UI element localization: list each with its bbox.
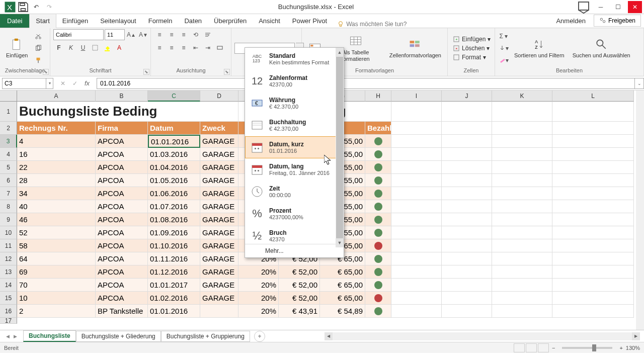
table-header[interactable]: Rechnugs Nr. [17,122,96,135]
table-cell[interactable]: € 65,00 [320,265,365,279]
row-header-13[interactable]: 13 [0,265,17,279]
table-cell[interactable]: GARAGE [200,135,238,148]
find-select-button[interactable]: Suchen und Auswählen [570,36,633,59]
cell[interactable] [391,305,442,318]
cell[interactable] [391,174,442,187]
pagebreak-view-button[interactable] [538,343,549,352]
numfmt-option-3[interactable]: Buchhaltung€ 42.370,00 [245,114,344,136]
cell[interactable] [552,122,634,135]
table-cell[interactable]: 01.12.2016 [148,265,200,279]
font-dialog-launcher[interactable]: ⬊ [143,69,149,75]
clipboard-dialog-launcher[interactable]: ⬊ [43,69,49,75]
cell[interactable] [391,292,442,305]
table-cell[interactable] [200,305,238,318]
sort-filter-button[interactable]: AZ Sortieren und Filtern [511,36,568,59]
decrease-font-button[interactable]: A▼ [138,29,149,40]
cell[interactable] [442,213,492,226]
font-size-input[interactable] [105,29,125,40]
cell[interactable] [492,161,552,174]
cell[interactable] [552,102,634,122]
orientation-button[interactable]: ⟲ [190,29,201,40]
cell[interactable] [492,279,552,292]
column-header-I[interactable]: I [391,90,442,102]
table-cell[interactable]: APCOA [96,252,148,265]
table-cell[interactable]: € 52,00 [279,279,320,292]
cell[interactable] [391,200,442,213]
cell[interactable] [552,226,634,239]
tab-view[interactable]: Ansicht [253,14,286,28]
underline-button[interactable]: U [77,42,89,53]
redo-icon[interactable]: ↷ [43,1,55,13]
decrease-indent-button[interactable]: ⇤ [190,42,201,53]
table-cell[interactable]: GARAGE [200,148,238,161]
cell[interactable] [391,102,442,122]
cell[interactable] [492,305,552,318]
cell[interactable] [552,239,634,252]
table-cell[interactable]: APCOA [96,239,148,252]
cell[interactable] [442,239,492,252]
cell[interactable] [492,135,552,148]
pagelayout-view-button[interactable] [526,343,537,352]
table-cell[interactable] [365,174,391,187]
fill-color-button[interactable] [102,42,113,53]
table-header[interactable]: Zweck [200,122,238,135]
cell[interactable] [442,252,492,265]
cell[interactable] [552,135,634,148]
scroll-down-icon[interactable]: ▼ [336,238,344,247]
tab-formulas[interactable]: Formeln [142,14,179,28]
table-cell[interactable]: APCOA [96,161,148,174]
cell[interactable] [442,226,492,239]
share-button[interactable]: Freigeben [594,15,641,27]
table-cell[interactable]: 64 [17,252,96,265]
table-cell[interactable]: APCOA [96,265,148,279]
insert-function-button[interactable]: fx [82,78,93,89]
page-title[interactable]: Buchungsliste Beding [17,102,238,122]
numfmt-option-6[interactable]: Zeit00:00:00 [245,180,344,203]
undo-icon[interactable]: ↶ [30,1,42,13]
cell[interactable] [442,135,492,148]
format-painter-button[interactable] [33,55,44,66]
table-cell[interactable] [365,161,391,174]
row-header-7[interactable]: 7 [0,187,17,200]
table-cell[interactable] [365,265,391,279]
table-cell[interactable]: 58 [17,239,96,252]
row-header-15[interactable]: 15 [0,292,17,305]
table-header[interactable]: Firma [96,122,148,135]
sheet-tab-2[interactable]: Buchungsliste + Gruppierung [161,331,250,342]
align-right-button[interactable]: ≡ [178,42,189,53]
cell[interactable] [552,292,634,305]
table-cell[interactable]: 2 [17,305,96,318]
cell[interactable] [442,187,492,200]
table-cell[interactable] [365,187,391,200]
row-header-4[interactable]: 4 [0,148,17,161]
numfmt-option-1[interactable]: 12Zahlenformat42370,00 [245,70,344,92]
table-cell[interactable] [365,213,391,226]
close-button[interactable]: ✕ [628,1,642,13]
tab-start[interactable]: Start [29,14,56,28]
cell[interactable] [492,102,552,122]
column-header-A[interactable]: A [17,90,96,102]
column-header-J[interactable]: J [442,90,492,102]
table-cell[interactable]: € 54,89 [320,305,365,318]
save-icon[interactable] [17,1,29,13]
table-cell[interactable]: 20% [238,265,279,279]
table-cell[interactable]: GARAGE [200,174,238,187]
cell[interactable] [552,305,634,318]
numfmt-option-8[interactable]: ½Bruch42370 [245,225,344,244]
cell[interactable] [492,174,552,187]
cell[interactable] [442,102,492,122]
tellme-input[interactable]: Was möchten Sie tun? [333,21,551,28]
table-cell[interactable]: 22 [17,161,96,174]
table-cell[interactable] [365,135,391,148]
table-cell[interactable]: € 52,00 [279,265,320,279]
insert-cells-button[interactable]: +Einfügen ▾ [451,35,493,43]
row-header-14[interactable]: 14 [0,279,17,292]
table-cell[interactable]: 01.11.2016 [148,252,200,265]
table-cell[interactable]: 01.08.2016 [148,213,200,226]
table-cell[interactable] [365,279,391,292]
table-cell[interactable]: APCOA [96,174,148,187]
maximize-button[interactable]: ☐ [611,1,625,13]
table-cell[interactable]: 52 [17,226,96,239]
cell[interactable] [391,265,442,279]
table-cell[interactable]: GARAGE [200,161,238,174]
